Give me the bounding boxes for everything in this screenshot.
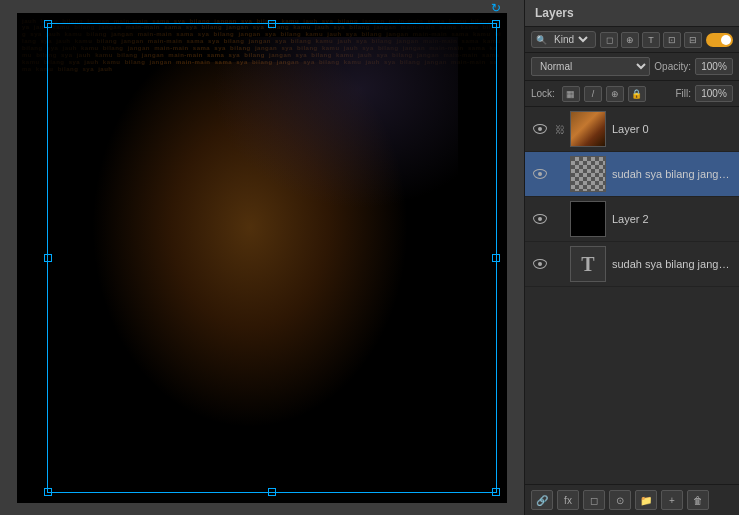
layer-row[interactable]: Layer 2 <box>525 197 739 242</box>
layer-thumbnail <box>570 111 606 147</box>
new-layer-btn[interactable]: + <box>661 490 683 510</box>
canvas-area: jauh kamu bilang jangan main-main sama s… <box>0 0 524 515</box>
layer-name: Layer 2 <box>612 213 733 225</box>
lock-paint-btn[interactable]: / <box>584 86 602 102</box>
filter-row: 🔍 Kind ◻ ⊕ T ⊡ ⊟ <box>525 27 739 53</box>
blend-row: NormalDissolveMultiplyScreenOverlay Opac… <box>525 53 739 81</box>
chain-icon: ⛓ <box>555 124 565 135</box>
layer-thumbnail <box>570 201 606 237</box>
filter-search[interactable]: 🔍 Kind <box>531 31 596 48</box>
lock-label: Lock: <box>531 88 555 99</box>
canvas: jauh kamu bilang jangan main-main sama s… <box>17 13 507 503</box>
filter-pixel-btn[interactable]: ◻ <box>600 32 618 48</box>
lock-transparency-btn[interactable]: ▦ <box>562 86 580 102</box>
eye-icon <box>533 169 547 179</box>
text-layer-icon: T <box>581 253 594 276</box>
layer-chain <box>553 165 567 183</box>
layer-name: sudah sya bilang jangan mai... <box>612 168 733 180</box>
fill-label: Fill: <box>675 88 691 99</box>
layers-panel-title: Layers <box>525 0 739 27</box>
eye-icon <box>533 124 547 134</box>
layer-name: Layer 0 <box>612 123 733 135</box>
layer-row[interactable]: sudah sya bilang jangan mai... <box>525 152 739 197</box>
filter-shape-btn[interactable]: ⊡ <box>663 32 681 48</box>
text-layer: jauh kamu bilang jangan main-main sama s… <box>17 13 507 503</box>
text-content: jauh kamu bilang jangan main-main sama s… <box>17 13 507 78</box>
layer-thumbnail: T <box>570 246 606 282</box>
kind-select[interactable]: Kind <box>550 33 591 46</box>
new-group-btn[interactable]: 📁 <box>635 490 657 510</box>
opacity-label: Opacity: <box>654 61 691 72</box>
lock-all-btn[interactable]: 🔒 <box>628 86 646 102</box>
layer-row[interactable]: T sudah sya bilang jangan mai... <box>525 242 739 287</box>
filter-icons: ◻ ⊕ T ⊡ ⊟ <box>600 32 702 48</box>
eye-icon <box>533 259 547 269</box>
add-mask-btn[interactable]: ◻ <box>583 490 605 510</box>
layers-panel: Layers 🔍 Kind ◻ ⊕ T ⊡ ⊟ NormalDissolveMu… <box>524 0 739 515</box>
layer-visibility-btn[interactable] <box>531 120 549 138</box>
opacity-input[interactable]: 100% <box>695 58 733 75</box>
filter-adjust-btn[interactable]: ⊕ <box>621 32 639 48</box>
lock-row: Lock: ▦ / ⊕ 🔒 Fill: 100% <box>525 81 739 107</box>
fill-input[interactable]: 100% <box>695 85 733 102</box>
layer-chain <box>553 255 567 273</box>
filter-toggle[interactable] <box>706 33 733 47</box>
search-icon: 🔍 <box>536 35 547 45</box>
rotate-handle[interactable]: ↻ <box>491 1 503 13</box>
filter-smart-btn[interactable]: ⊟ <box>684 32 702 48</box>
blend-mode-select[interactable]: NormalDissolveMultiplyScreenOverlay <box>531 57 650 76</box>
lock-position-btn[interactable]: ⊕ <box>606 86 624 102</box>
layers-bottom-toolbar: 🔗 fx ◻ ⊙ 📁 + 🗑 <box>525 484 739 515</box>
layer-name: sudah sya bilang jangan mai... <box>612 258 733 270</box>
delete-layer-btn[interactable]: 🗑 <box>687 490 709 510</box>
adjustment-btn[interactable]: ⊙ <box>609 490 631 510</box>
eye-icon <box>533 214 547 224</box>
filter-type-btn[interactable]: T <box>642 32 660 48</box>
layer-chain: ⛓ <box>553 120 567 138</box>
layers-list: ⛓ Layer 0 sudah sya bilang jangan mai...… <box>525 107 739 484</box>
layer-visibility-btn[interactable] <box>531 165 549 183</box>
layer-visibility-btn[interactable] <box>531 210 549 228</box>
layer-chain <box>553 210 567 228</box>
layer-thumbnail <box>570 156 606 192</box>
fx-btn[interactable]: fx <box>557 490 579 510</box>
link-layers-btn[interactable]: 🔗 <box>531 490 553 510</box>
layer-row[interactable]: ⛓ Layer 0 <box>525 107 739 152</box>
layer-visibility-btn[interactable] <box>531 255 549 273</box>
